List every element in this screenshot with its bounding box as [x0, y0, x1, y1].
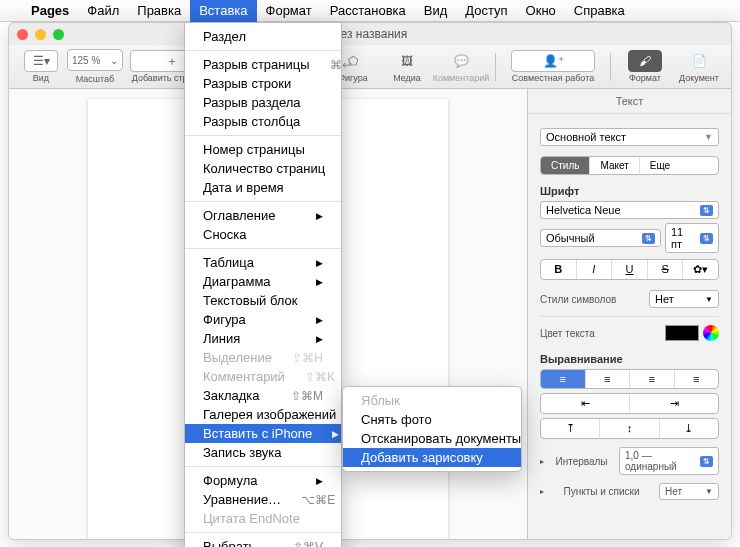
sidebar-header: Текст — [528, 89, 731, 114]
menu-item[interactable]: Номер страницы — [185, 140, 341, 159]
menu-item[interactable]: Формула▶ — [185, 471, 341, 490]
outdent[interactable]: ⇤ — [541, 394, 630, 413]
font-weight[interactable]: Обычный⇅ — [540, 229, 661, 247]
bold-button[interactable]: B — [541, 260, 577, 279]
font-size[interactable]: 11 пт⇅ — [665, 223, 719, 253]
menu-edit[interactable]: Правка — [128, 0, 190, 22]
underline-button[interactable]: U — [612, 260, 648, 279]
window-title: Без названия — [9, 27, 731, 41]
color-picker[interactable] — [703, 325, 719, 341]
text-style-buttons: B I U S ✿▾ — [540, 259, 719, 280]
submenu-item[interactable]: Снять фото — [343, 410, 521, 429]
align-right[interactable]: ≡ — [630, 370, 675, 388]
media-button[interactable]: 🖼Медиа — [383, 50, 431, 83]
zoom-select[interactable]: 125 %⌄Масштаб — [71, 49, 119, 84]
font-family[interactable]: Helvetica Neue⇅ — [540, 201, 719, 219]
valign-bot[interactable]: ⤓ — [660, 419, 718, 438]
menu-item[interactable]: Уравнение…⌥⌘E — [185, 490, 341, 509]
menu-item[interactable]: Таблица▶ — [185, 253, 341, 272]
menu-help[interactable]: Справка — [565, 0, 634, 22]
menu-item: Выделение⇧⌘H — [185, 348, 341, 367]
menu-item[interactable]: Линия▶ — [185, 329, 341, 348]
menu-item[interactable]: Разрыв столбца — [185, 112, 341, 131]
view-button[interactable]: ☰▾Вид — [17, 50, 65, 83]
insert-menu: РазделРазрыв страницы⌘↩Разрыв строкиРазр… — [184, 22, 342, 547]
menu-item[interactable]: Раздел — [185, 27, 341, 46]
menu-share[interactable]: Доступ — [456, 0, 516, 22]
menu-item: Цитата EndNote — [185, 509, 341, 528]
menubar: Pages Файл Правка Вставка Формат Расстан… — [0, 0, 740, 22]
menu-insert[interactable]: Вставка — [190, 0, 256, 22]
menu-item[interactable]: Разрыв строки — [185, 74, 341, 93]
menu-item[interactable]: Галерея изображений — [185, 405, 341, 424]
menu-item[interactable]: Дата и время — [185, 178, 341, 197]
menu-item[interactable]: Диаграмма▶ — [185, 272, 341, 291]
menu-item[interactable]: Разрыв страницы⌘↩ — [185, 55, 341, 74]
collab-button[interactable]: 👤⁺Совместная работа — [506, 50, 600, 83]
paragraph-style[interactable]: Основной текст▼ — [540, 128, 719, 146]
menu-file[interactable]: Файл — [78, 0, 128, 22]
align-label: Выравнивание — [540, 353, 719, 365]
menu-item[interactable]: Текстовый блок — [185, 291, 341, 310]
submenu-item: Яблык — [343, 391, 521, 410]
align-center[interactable]: ≡ — [586, 370, 631, 388]
text-color[interactable] — [665, 325, 699, 341]
align-buttons: ≡ ≡ ≡ ≡ — [540, 369, 719, 389]
menu-window[interactable]: Окно — [517, 0, 565, 22]
spacing-disclosure[interactable]: Интервалы 1,0 — одинарный⇅ — [540, 447, 719, 475]
menu-item[interactable]: Выбрать…⇧⌘V — [185, 537, 341, 547]
menu-item[interactable]: Сноска — [185, 225, 341, 244]
tab-style[interactable]: Стиль — [541, 157, 590, 174]
strike-button[interactable]: S — [648, 260, 684, 279]
submenu-item[interactable]: Добавить зарисовку — [343, 448, 521, 467]
menu-format[interactable]: Формат — [257, 0, 321, 22]
valign-mid[interactable]: ↕ — [600, 419, 659, 438]
comment-button[interactable]: 💬Комментарий — [437, 50, 485, 83]
align-left[interactable]: ≡ — [541, 370, 586, 388]
align-justify[interactable]: ≡ — [675, 370, 719, 388]
menu-item: Комментарий⇧⌘K — [185, 367, 341, 386]
titlebar: Без названия — [9, 23, 731, 45]
app-menu[interactable]: Pages — [22, 0, 78, 22]
menu-arrange[interactable]: Расстановка — [321, 0, 415, 22]
format-button[interactable]: 🖌Формат — [621, 50, 669, 83]
char-styles[interactable]: Нет▼ — [649, 290, 719, 308]
inspector-sidebar: Текст Основной текст▼ Стиль Макет Еще Шр… — [527, 89, 731, 539]
menu-item[interactable]: Закладка⇧⌘M — [185, 386, 341, 405]
menu-view[interactable]: Вид — [415, 0, 457, 22]
menu-item[interactable]: Вставить с iPhone▶ — [185, 424, 341, 443]
font-label: Шрифт — [540, 185, 719, 197]
menu-item[interactable]: Фигура▶ — [185, 310, 341, 329]
iphone-submenu: ЯблыкСнять фотоОтсканировать документыДо… — [342, 386, 522, 472]
menu-item[interactable]: Запись звука — [185, 443, 341, 462]
document-button[interactable]: 📄Документ — [675, 50, 723, 83]
valign-buttons: ⤒ ↕ ⤓ — [540, 418, 719, 439]
tab-more[interactable]: Еще — [640, 157, 680, 174]
lists-disclosure[interactable]: Пункты и списки Нет▼ — [540, 483, 719, 500]
tab-layout[interactable]: Макет — [590, 157, 639, 174]
submenu-item[interactable]: Отсканировать документы — [343, 429, 521, 448]
menu-item[interactable]: Количество страниц — [185, 159, 341, 178]
toolbar: ☰▾Вид 125 %⌄Масштаб ＋Добавить страницу 📝… — [9, 45, 731, 89]
advanced-button[interactable]: ✿▾ — [683, 260, 718, 279]
menu-item[interactable]: Разрыв раздела — [185, 93, 341, 112]
italic-button[interactable]: I — [577, 260, 613, 279]
valign-top[interactable]: ⤒ — [541, 419, 600, 438]
inspector-tabs[interactable]: Стиль Макет Еще — [540, 156, 719, 175]
indent-buttons: ⇤ ⇥ — [540, 393, 719, 414]
indent[interactable]: ⇥ — [630, 394, 718, 413]
menu-item[interactable]: Оглавление▶ — [185, 206, 341, 225]
